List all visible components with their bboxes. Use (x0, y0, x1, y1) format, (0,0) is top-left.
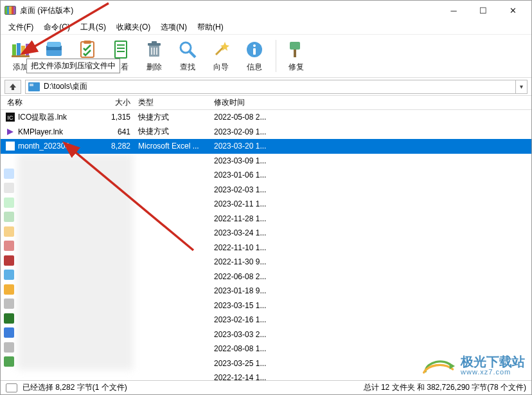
svg-text:X: X (8, 143, 12, 150)
file-icon (4, 185, 16, 195)
window-title: 桌面 (评估版本) (20, 5, 73, 16)
minimize-button[interactable]: ─ (439, 1, 468, 20)
file-date: 2022-11-28 1... (210, 214, 313, 223)
table-row[interactable]: 2022-08-08 1... (1, 342, 531, 356)
brush-icon (285, 39, 307, 60)
file-icon: X (4, 141, 16, 151)
col-date[interactable]: 修改时间 (210, 97, 313, 108)
file-icon (4, 358, 16, 369)
table-row[interactable]: 2023-03-15 1... (1, 299, 531, 313)
menu-favorites[interactable]: 收藏夹(O) (111, 21, 155, 34)
file-size: 1,315 (103, 113, 134, 122)
file-icon (4, 344, 16, 354)
table-row[interactable]: Xmonth_202303...8,282Microsoft Excel ...… (1, 139, 531, 154)
toolbar-wizard-button[interactable]: 向导 (205, 37, 237, 76)
menu-options[interactable]: 选项(N) (155, 21, 192, 34)
col-size[interactable]: 大小 (103, 97, 134, 108)
statusbar: 已经选择 8,282 字节(1 个文件) 总计 12 文件夹 和 382,726… (1, 380, 531, 394)
toolbar-find-button[interactable]: 查找 (172, 37, 204, 76)
svg-rect-8 (81, 42, 94, 57)
file-date: 2023-01-18 9... (210, 286, 313, 295)
svg-rect-0 (12, 44, 16, 56)
svg-rect-27 (290, 42, 300, 50)
up-button[interactable] (4, 80, 21, 94)
table-row[interactable]: 2022-11-28 1... (1, 212, 531, 226)
address-dropdown[interactable]: ▾ (515, 80, 527, 93)
winrar-window: 桌面 (评估版本) ─ ☐ ✕ 文件(F) 命令(C) 工具(S) 收藏夹(O)… (0, 0, 532, 395)
table-row[interactable]: KMPlayer.lnk641快捷方式2023-02-09 1... (1, 125, 531, 140)
file-list[interactable]: ICICO提取器.lnk1,315快捷方式2022-05-08 2...KMPl… (1, 110, 531, 380)
file-icon (4, 372, 16, 380)
svg-rect-4 (12, 55, 30, 57)
file-date: 2022-11-30 9... (210, 257, 313, 266)
maximize-button[interactable]: ☐ (468, 1, 498, 20)
table-row[interactable]: 2023-03-24 1... (1, 226, 531, 241)
file-icon (4, 170, 16, 180)
file-icon (4, 300, 16, 311)
toolbar-delete-label: 删除 (146, 62, 162, 73)
file-date: 2022-12-14 1... (210, 373, 313, 380)
file-size: 641 (103, 127, 134, 136)
file-date: 2023-02-03 1... (210, 185, 313, 194)
status-selection: 已经选择 8,282 字节(1 个文件) (22, 382, 127, 393)
address-path: D:\tools\桌面 (42, 81, 515, 92)
file-date: 2023-01-06 1... (210, 170, 313, 179)
file-icon (4, 199, 16, 209)
svg-rect-26 (253, 48, 256, 55)
file-icon (4, 315, 16, 325)
toolbar-repair-button[interactable]: 修复 (280, 37, 312, 76)
addressbar: D:\tools\桌面 ▾ (1, 78, 531, 96)
table-row[interactable]: 2023-01-18 9... (1, 284, 531, 299)
search-icon (177, 39, 199, 60)
col-name[interactable]: 名称 (1, 97, 103, 108)
file-date: 2023-02-09 1... (210, 127, 313, 136)
toolbar-info-label: 信息 (247, 62, 262, 73)
svg-marker-31 (7, 129, 13, 135)
menu-tools[interactable]: 工具(S) (75, 21, 111, 34)
toolbar-info-button[interactable]: 信息 (238, 37, 270, 76)
file-icon (4, 257, 16, 267)
table-row[interactable]: 2022-11-30 9... (1, 255, 531, 270)
table-row[interactable]: ICICO提取器.lnk1,315快捷方式2022-05-08 2... (1, 110, 531, 125)
column-headers[interactable]: 名称 大小 类型 修改时间 (1, 96, 531, 110)
file-date: 2023-03-09 1... (210, 156, 313, 165)
winrar-icon (4, 6, 16, 15)
file-name: KMPlayer.lnk (18, 127, 103, 136)
menu-command[interactable]: 命令(C) (39, 21, 75, 34)
file-date: 2023-03-20 1... (210, 142, 313, 151)
status-total: 总计 12 文件夹 和 382,726,290 字节(78 个文件) (364, 382, 526, 393)
drive-icon (28, 82, 40, 91)
table-row[interactable]: 2023-01-06 1... (1, 168, 531, 183)
toolbar-delete-button[interactable]: 删除 (138, 37, 170, 76)
menu-file[interactable]: 文件(F) (3, 21, 39, 34)
table-row[interactable]: 2023-02-03 1... (1, 183, 531, 197)
file-icon (4, 286, 16, 296)
watermark-brand: 极光下载站 www.xz7.com (422, 355, 525, 376)
file-date: 2022-06-08 2... (210, 272, 313, 281)
svg-rect-16 (152, 41, 157, 44)
toolbar-separator (276, 40, 276, 72)
address-input[interactable]: D:\tools\桌面 ▾ (25, 80, 528, 94)
svg-rect-9 (84, 41, 91, 44)
brand-logo-icon (422, 356, 456, 376)
wand-icon (210, 39, 232, 60)
table-row[interactable]: 2023-03-03 2... (1, 327, 531, 342)
file-icon (4, 271, 16, 282)
table-row[interactable]: 2023-02-11 1... (1, 197, 531, 212)
close-button[interactable]: ✕ (498, 1, 528, 20)
file-date: 2023-02-11 1... (210, 199, 313, 208)
table-row[interactable]: 2023-02-16 1... (1, 313, 531, 327)
file-icon (4, 228, 16, 238)
table-row[interactable]: 2023-03-09 1... (1, 154, 531, 169)
file-icon (4, 127, 16, 137)
file-icon: IC (4, 112, 16, 122)
table-row[interactable]: 2022-06-08 2... (1, 270, 531, 284)
status-grip-icon (6, 383, 17, 392)
col-type[interactable]: 类型 (134, 97, 210, 108)
file-icon (4, 329, 16, 340)
file-type: Microsoft Excel ... (134, 142, 210, 151)
svg-text:IC: IC (8, 115, 14, 121)
info-icon (244, 39, 265, 60)
menu-help[interactable]: 帮助(H) (192, 21, 229, 34)
table-row[interactable]: 2022-11-10 1... (1, 241, 531, 255)
